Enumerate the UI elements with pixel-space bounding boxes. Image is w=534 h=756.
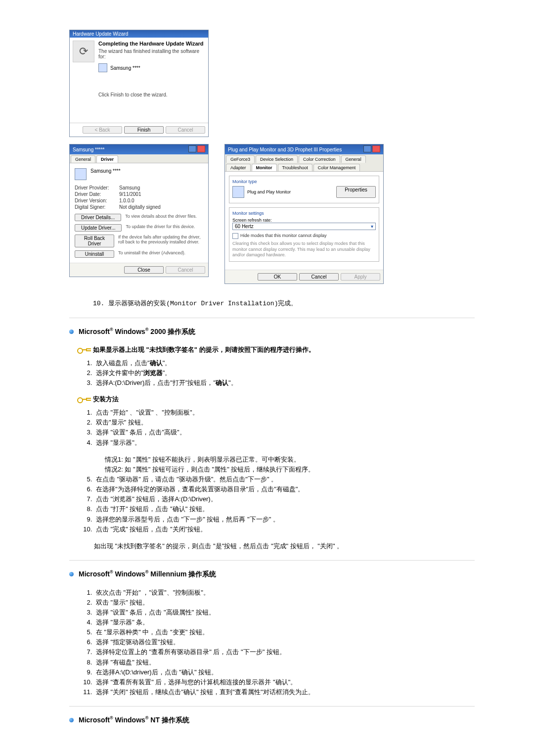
- help-icon[interactable]: [188, 145, 196, 152]
- list-signature-steps: 放入磁盘后，点击"确认"。 选择文件窗中的"浏览器"。 选择A:(D:\Driv…: [94, 358, 475, 388]
- tab-device-selection[interactable]: Device Selection: [256, 155, 298, 163]
- value-provider: Samsung: [119, 185, 140, 190]
- disk-icon: [98, 63, 107, 72]
- list-item: 选择您的显示器型号后，点击 "下一步" 按钮，然后再 "下一步" 。: [94, 515, 475, 524]
- txt: Microsoft: [79, 570, 110, 578]
- wizard-icon: [73, 41, 94, 62]
- wizard-heading: Completing the Hardware Update Wizard: [98, 41, 205, 47]
- properties-button[interactable]: Properties: [336, 186, 376, 198]
- label-date: Driver Date:: [75, 191, 119, 197]
- cancel-button: Cancel: [166, 126, 205, 134]
- back-button: < Back: [83, 126, 122, 134]
- cancel-button-2: Cancel: [166, 266, 205, 274]
- key-icon: [77, 346, 88, 353]
- hide-modes-label: Hide modes that this monitor cannot disp…: [240, 233, 327, 238]
- value-version: 1.0.0.0: [119, 198, 134, 203]
- wizard-titlebar: Hardware Update Wizard: [70, 30, 208, 38]
- tab-color-correction[interactable]: Color Correction: [299, 155, 340, 163]
- wizard-line1: The wizard has finished installing the s…: [98, 48, 205, 59]
- list-item: 在选择"为选择特定的驱动器，查看此装置驱动器目录"后，点击"有磁盘"。: [94, 484, 475, 494]
- txt: Millennium 操作系统: [148, 570, 216, 578]
- value-date: 9/11/2001: [119, 191, 141, 197]
- txt: NT 操作系统: [148, 716, 189, 724]
- list-item: 选择 "设置" 条后，点击 "高级属性" 按钮。: [94, 608, 475, 617]
- chevron-down-icon: ▾: [371, 224, 373, 229]
- list-install-steps-2000: 点击 "开始" 、"设置" 、"控制面板"。 双击"显示" 按钮。 选择 "设置…: [94, 408, 475, 448]
- wizard-device: Samsung ****: [110, 65, 140, 71]
- label-version: Driver Version:: [75, 198, 119, 203]
- tab-monitor[interactable]: Monitor: [252, 164, 277, 171]
- bullet-icon: [69, 330, 74, 334]
- close-icon[interactable]: [372, 145, 380, 152]
- list-item: 在 "显示器种类" 中，点击 "变更" 按钮。: [94, 627, 475, 637]
- driver-dlg-titlebar: Samsung *****: [70, 144, 208, 154]
- ok-button[interactable]: OK: [258, 273, 297, 281]
- list-item: 在选择A:\(D:\driver)后，点击 "确认" 按钮。: [94, 667, 475, 677]
- heading-windows-nt: Microsoft® Windows® NT 操作系统: [69, 715, 475, 725]
- refresh-rate-value: 60 Hertz: [235, 224, 254, 229]
- tab-adapter[interactable]: Adapter: [226, 164, 251, 171]
- uninstall-desc: To uninstall the driver (Advanced).: [118, 250, 185, 255]
- txt: Windows: [113, 570, 145, 578]
- list-item: 放入磁盘后，点击"确认"。: [94, 358, 475, 368]
- fieldset-monitor-type: Monitor type: [232, 179, 376, 184]
- key-icon: [77, 396, 88, 403]
- subheading-signature-text: 如果显示器上出现 "未找到数字签名" 的提示，则请按照下面的程序进行操作。: [93, 345, 315, 354]
- list-item: 点击 "浏览器" 按钮后，选择A:(D:\Driver)。: [94, 494, 475, 504]
- rollback-driver-button[interactable]: Roll Back Driver: [75, 235, 114, 247]
- list-item: 点击 "开始" 、"设置" 、"控制面板"。: [94, 408, 475, 418]
- list-item: 选择特定位置上的 "查看所有驱动器目录" 后，点击 "下一步" 按钮。: [94, 647, 475, 657]
- uninstall-button[interactable]: Uninstall: [75, 250, 114, 258]
- label-provider: Driver Provider:: [75, 185, 119, 190]
- tab-color-management[interactable]: Color Management: [313, 164, 360, 171]
- fieldset-monitor-settings: Monitor settings: [232, 211, 376, 216]
- subheading-install-text: 安装方法: [93, 395, 119, 404]
- list-item: 点击 "完成" 按钮后，点击 "关闭"按钮。: [94, 524, 475, 534]
- heading-windows-me: Microsoft® Windows® Millennium 操作系统: [69, 569, 475, 579]
- case-1: 情况1: 如 "属性" 按钮不能执行，则表明显示器已正常。可中断安装。: [105, 455, 475, 465]
- list-item: 点击 "打开" 按钮后，点击 "确认" 按钮。: [94, 504, 475, 514]
- bullet-icon: [69, 718, 74, 722]
- refresh-rate-select[interactable]: 60 Hertz ▾: [232, 223, 376, 230]
- tab-geforce3[interactable]: GeForce3: [226, 155, 255, 163]
- monitor-dlg-title: Plug and Play Monitor and 3D Prophet III…: [228, 147, 342, 152]
- rollback-driver-desc: If the device fails after updating the d…: [118, 235, 203, 244]
- monitor-type-icon: [232, 186, 244, 198]
- list-install-steps-2000-cont: 在点击 "驱动器" 后，请点击 "驱动器升级"。然后点击"下一步" 。 在选择"…: [94, 474, 475, 534]
- list-item: 在点击 "驱动器" 后，请点击 "驱动器升级"。然后点击"下一步" 。: [94, 474, 475, 484]
- value-signer: Not digitally signed: [119, 204, 161, 210]
- list-item: 选择 "显示器" 条。: [94, 617, 475, 627]
- list-item: 选择文件窗中的"浏览器"。: [94, 368, 475, 378]
- list-item: 选择 "显示器"。: [94, 438, 475, 448]
- cancel-button-3[interactable]: Cancel: [299, 273, 339, 281]
- txt: 2000 操作系统: [148, 328, 195, 335]
- txt: Microsoft: [79, 716, 110, 724]
- tab-general-2[interactable]: General: [341, 155, 366, 163]
- list-item: 选择 "指定驱动器位置"按钮。: [94, 637, 475, 647]
- tab-general[interactable]: General: [71, 155, 95, 163]
- list-install-steps-me: 依次点击 "开始" ，"设置"、"控制面板"。 双击 "显示" 按钮。 选择 "…: [94, 588, 475, 698]
- step-10: 10. 显示器驱动器的安装(Monitor Driver Installatio…: [93, 299, 455, 308]
- update-driver-button[interactable]: Update Driver...: [75, 224, 122, 232]
- tab-troubleshoot[interactable]: Troubleshoot: [278, 164, 312, 171]
- close-icon[interactable]: [197, 145, 205, 152]
- txt: Microsoft: [79, 328, 110, 335]
- close-button[interactable]: Close: [124, 266, 164, 274]
- divider: [69, 318, 475, 318]
- txt: Windows: [113, 716, 145, 724]
- tab-driver[interactable]: Driver: [96, 155, 118, 163]
- driver-device-name: Samsung ****: [90, 168, 121, 180]
- help-icon[interactable]: [363, 145, 371, 152]
- monitor-dlg-titlebar: Plug and Play Monitor and 3D Prophet III…: [225, 144, 383, 154]
- update-driver-desc: To update the driver for this device.: [126, 224, 195, 229]
- subheading-install: 安装方法: [77, 395, 475, 404]
- hide-modes-checkbox[interactable]: [232, 233, 238, 239]
- finish-button[interactable]: Finish: [124, 126, 164, 134]
- list-item: 双击"显示" 按钮。: [94, 418, 475, 427]
- tail-note-2000: 如出现 "未找到数字签名" 的提示，则点击 "是"按钮，然后点击 "完成" 按钮…: [94, 541, 475, 551]
- monitor-type-value: Plug and Play Monitor: [247, 189, 291, 194]
- driver-dlg-title: Samsung *****: [73, 147, 104, 152]
- hide-modes-note: Clearing this check box allows you to se…: [232, 241, 376, 258]
- driver-details-button[interactable]: Driver Details...: [75, 214, 121, 221]
- driver-properties-dialog: Samsung ***** General Driver Samsung ***…: [69, 144, 209, 277]
